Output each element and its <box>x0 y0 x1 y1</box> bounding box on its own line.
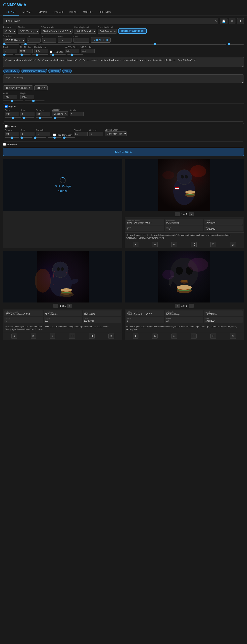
upscale-scale-input[interactable] <box>21 132 35 136</box>
upscale-scale-slider[interactable] <box>21 137 33 138</box>
restart-workers-button[interactable]: RESTART WORKERS <box>118 28 147 34</box>
cancel-button[interactable]: CANCEL <box>58 190 68 193</box>
next-button-3[interactable]: › <box>189 304 194 308</box>
prompt-textarea[interactable] <box>3 57 244 67</box>
hires-strength-slider[interactable] <box>36 118 52 118</box>
edit-btn-2[interactable]: ✏ <box>50 334 55 339</box>
steps-input[interactable] <box>58 38 72 42</box>
copy-profile-button[interactable]: ⧉ <box>229 18 235 24</box>
width-slider[interactable] <box>3 100 23 101</box>
upscale-outscale-slider[interactable] <box>34 137 46 138</box>
unet-tile-input[interactable] <box>19 49 33 53</box>
hires-steps-slider[interactable] <box>5 118 21 118</box>
next-button-1[interactable]: › <box>189 212 194 216</box>
edit-btn-1[interactable]: ✏ <box>171 242 177 247</box>
upscaling-model-select[interactable]: SwinIR Real x2 <box>74 29 96 34</box>
upscale-checkbox[interactable]: Upscale <box>5 125 16 128</box>
steps-slider[interactable] <box>38 44 226 44</box>
copy-btn-1[interactable]: ⧉ <box>152 242 158 247</box>
tag-ghostly[interactable]: GhostlyStyle <box>3 69 20 73</box>
upscale-strength-input[interactable] <box>74 132 88 136</box>
width-input[interactable] <box>3 95 17 99</box>
profile-select[interactable]: Load Profile <box>3 18 218 24</box>
download-profile-button[interactable]: ⬇ <box>237 18 244 24</box>
tag-veins[interactable]: veins <box>62 69 72 73</box>
hires-scale-slider[interactable] <box>23 118 35 118</box>
hires-checkbox[interactable]: Highres <box>5 105 16 108</box>
platform-select[interactable]: CUDA <box>3 29 16 34</box>
unet-overlap-input[interactable] <box>34 49 48 53</box>
vae-tile-input[interactable] <box>65 49 79 53</box>
upscale-strength-slider[interactable] <box>48 137 62 138</box>
generate-button[interactable]: GENERATE <box>3 148 244 156</box>
cfg-slider[interactable] <box>21 44 37 44</box>
edit-btn-3[interactable]: ✏ <box>171 334 177 339</box>
copy-btn-3[interactable]: ⧉ <box>152 334 158 339</box>
download-btn-3[interactable]: ⬇ <box>133 334 138 339</box>
upscale-outscale-input[interactable] <box>36 132 50 136</box>
upscale-outscale2-input[interactable] <box>89 132 103 136</box>
next-button-2[interactable]: › <box>67 304 72 308</box>
height-input[interactable] <box>20 95 34 99</box>
layers-btn-1[interactable]: ❐ <box>210 242 216 247</box>
download-btn-1[interactable]: ⬇ <box>133 242 138 247</box>
tiled-unet-checkbox[interactable]: Tiled UNet <box>50 50 64 53</box>
seed-input[interactable] <box>73 38 89 42</box>
scheduler-select[interactable]: DEIS Multistep <box>3 38 25 42</box>
hires-steps-input[interactable] <box>5 112 19 116</box>
vae-overlap-input[interactable] <box>81 49 95 53</box>
prev-button-2[interactable]: ‹ <box>53 304 58 308</box>
vae-tile-slider[interactable] <box>50 54 66 55</box>
tab-blend[interactable]: BLEND <box>67 9 80 16</box>
tab-upscale[interactable]: UPSCALE <box>50 9 67 16</box>
hires-iteration-input[interactable] <box>70 112 84 116</box>
hires-upscaler-select[interactable]: Upscaling <box>52 112 68 116</box>
vae-overlap-slider[interactable] <box>67 54 83 55</box>
tag-demonic[interactable]: demonic <box>48 69 61 73</box>
expand-btn-3[interactable]: ⛶ <box>191 334 197 339</box>
save-profile-button[interactable]: 💾 <box>220 18 227 24</box>
expand-btn-1[interactable]: ⛶ <box>191 242 197 247</box>
height-slider[interactable] <box>25 100 45 101</box>
eta-input[interactable] <box>27 38 41 42</box>
cfg-input[interactable] <box>42 38 56 42</box>
upscale-denoise-slider[interactable] <box>5 137 19 138</box>
delete-btn-2[interactable]: 🗑 <box>108 334 114 339</box>
upscale-order-select[interactable]: Correction First <box>105 131 127 136</box>
textual-inversion-dropdown[interactable]: TEXTUAL INVERSION ▾ <box>3 86 33 90</box>
unet-tile-slider[interactable] <box>15 54 31 55</box>
layers-btn-2[interactable]: ❐ <box>89 334 95 339</box>
tab-inpaint[interactable]: INPAINT <box>35 9 50 16</box>
seed-slider[interactable] <box>228 44 244 44</box>
tab-settings[interactable]: SETTINGS <box>96 9 113 16</box>
prev-button-3[interactable]: ‹ <box>175 304 180 308</box>
diffusion-model-select[interactable]: SDXL - DynaVision v0.5.5.7 <box>41 29 73 34</box>
upscale-denoise-input[interactable] <box>5 132 19 136</box>
batch-input[interactable] <box>3 49 17 53</box>
prev-button-1[interactable]: ‹ <box>175 212 180 216</box>
correction-model-select[interactable]: CodeFormer <box>98 29 117 34</box>
negative-prompt-textarea[interactable] <box>3 74 244 83</box>
expand-btn-2[interactable]: ⛶ <box>69 334 75 339</box>
pipeline-select[interactable]: SDXL Txt2Img <box>18 29 39 34</box>
eta-slider[interactable] <box>3 44 19 44</box>
delete-btn-1[interactable]: 🗑 <box>230 242 236 247</box>
hires-iteration-slider[interactable] <box>54 118 66 118</box>
lora-dropdown[interactable]: LORA ▾ <box>35 86 48 90</box>
batch-slider[interactable] <box>3 54 13 55</box>
tab-models[interactable]: MODELS <box>80 9 96 16</box>
delete-btn-3[interactable]: 🗑 <box>230 334 236 339</box>
face-correction-checkbox[interactable]: Face Correction <box>53 134 72 136</box>
tab-txt2img[interactable]: TXT2IMG <box>3 9 19 16</box>
unet-overlap-slider[interactable] <box>32 54 48 55</box>
upscale-outscale2-slider[interactable] <box>63 137 75 138</box>
layers-btn-3[interactable]: ❐ <box>210 334 216 339</box>
grid-mode-checkbox[interactable]: Grid Mode <box>3 143 17 146</box>
hires-scale-input[interactable] <box>21 112 35 116</box>
hires-strength-input[interactable] <box>36 112 50 116</box>
download-btn-2[interactable]: ⬇ <box>11 334 17 339</box>
tag-donmd3[interactable]: DonMD3m0nV31nsXL <box>21 69 47 73</box>
tab-img2img[interactable]: IMG2IMG <box>19 9 35 16</box>
copy-btn-2[interactable]: ⧉ <box>31 334 36 339</box>
new-seed-button[interactable]: ☑ NEW SEED <box>91 37 111 42</box>
